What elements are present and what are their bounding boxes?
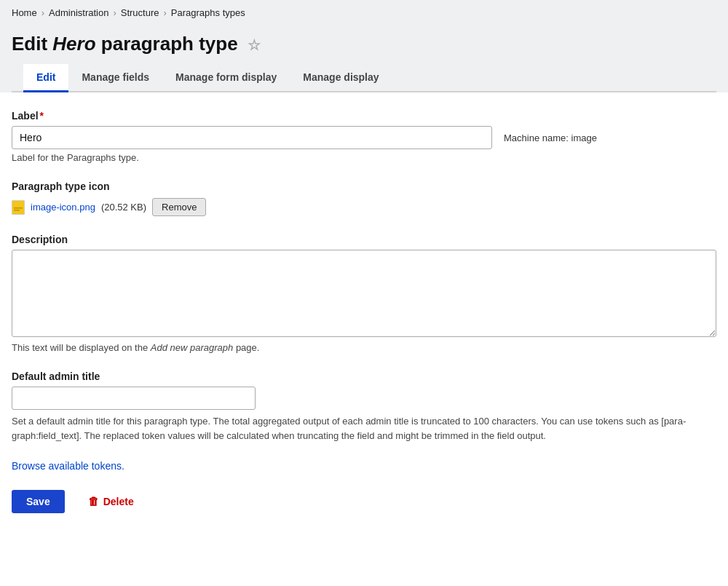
title-prefix: Edit — [12, 33, 52, 55]
icon-field-group: Paragraph type icon image-icon.png (20.5… — [12, 181, 716, 216]
admin-title-input[interactable] — [12, 387, 256, 410]
description-hint: This text will be displayed on the Add n… — [12, 342, 716, 353]
tabs-bar: Edit Manage fields Manage form display M… — [12, 64, 716, 92]
label-field-label: Label* — [12, 110, 716, 122]
file-link[interactable]: image-icon.png — [31, 202, 95, 213]
title-suffix: paragraph type — [96, 33, 238, 55]
required-star: * — [40, 110, 44, 122]
description-label: Description — [12, 234, 716, 245]
page-title: Edit Hero paragraph type ☆ — [12, 33, 716, 64]
page-wrapper: Home › Administration › Structure › Para… — [0, 0, 728, 586]
description-field-group: Description This text will be displayed … — [12, 234, 716, 353]
page-header: Edit Hero paragraph type ☆ Edit Manage f… — [0, 25, 728, 92]
breadcrumb-sep-1: › — [41, 7, 44, 18]
token-link-group: Browse available tokens. — [12, 460, 716, 472]
admin-title-label: Default admin title — [12, 371, 716, 382]
svg-rect-1 — [14, 207, 23, 209]
tab-manage-form-display[interactable]: Manage form display — [162, 64, 290, 92]
breadcrumb-administration[interactable]: Administration — [49, 7, 108, 18]
file-icon — [12, 200, 25, 215]
svg-rect-2 — [14, 210, 20, 211]
label-input-row: Machine name: image — [12, 126, 716, 149]
tab-manage-fields[interactable]: Manage fields — [68, 64, 162, 92]
admin-title-field-group: Default admin title Set a default admin … — [12, 371, 716, 443]
label-field-group: Label* Machine name: image Label for the… — [12, 110, 716, 163]
machine-name-text: Machine name: image — [504, 132, 597, 143]
breadcrumb-structure[interactable]: Structure — [121, 7, 159, 18]
label-input[interactable] — [12, 126, 492, 149]
delete-label: Delete — [103, 496, 134, 507]
content-area: Label* Machine name: image Label for the… — [0, 92, 728, 536]
file-row: image-icon.png (20.52 KB) Remove — [12, 198, 716, 216]
breadcrumb-current: Paragraphs types — [171, 7, 245, 18]
file-size: (20.52 KB) — [101, 202, 146, 213]
title-italic: Hero — [52, 33, 95, 55]
admin-title-hint: Set a default admin title for this parag… — [12, 414, 716, 443]
remove-button[interactable]: Remove — [152, 198, 206, 216]
icon-section-title: Paragraph type icon — [12, 181, 716, 192]
breadcrumb-home[interactable]: Home — [12, 7, 37, 18]
save-button[interactable]: Save — [12, 490, 65, 513]
trash-icon: 🗑 — [88, 495, 99, 507]
token-link[interactable]: Browse available tokens. — [12, 460, 124, 472]
breadcrumb: Home › Administration › Structure › Para… — [0, 0, 728, 25]
tab-manage-display[interactable]: Manage display — [290, 64, 392, 92]
favorite-star-icon[interactable]: ☆ — [248, 37, 261, 53]
delete-button[interactable]: 🗑 Delete — [76, 489, 146, 513]
breadcrumb-sep-3: › — [164, 7, 167, 18]
label-hint: Label for the Paragraphs type. — [12, 152, 716, 163]
tab-edit[interactable]: Edit — [23, 64, 68, 92]
action-row: Save 🗑 Delete — [12, 489, 716, 513]
description-textarea[interactable] — [12, 250, 716, 337]
breadcrumb-sep-2: › — [113, 7, 116, 18]
